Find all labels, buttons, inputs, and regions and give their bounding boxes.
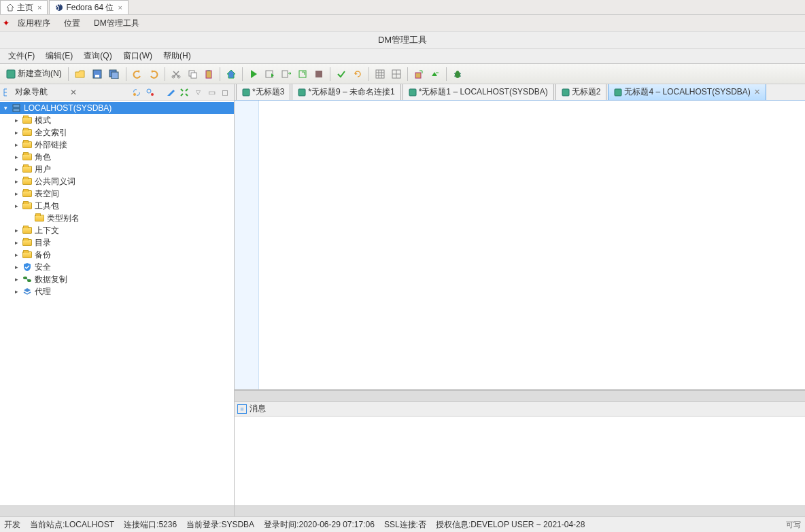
close-icon[interactable]: ✕ [754,88,760,96]
run-button[interactable] [246,67,261,82]
status-ssl: SSL连接:否 [384,519,426,531]
redo-button[interactable] [146,67,161,82]
sidebar-max-icon[interactable]: ◻ [219,86,231,99]
folder-icon [22,200,33,211]
save-all-button[interactable] [106,67,122,82]
sidebar-dropdown-icon[interactable]: ▽ [192,86,204,99]
tree-item[interactable]: ▸上下文 [0,224,234,236]
apps-menu[interactable]: 应用程序 [11,16,57,31]
tree-item-label: 安全 [35,262,51,273]
separator [220,67,220,81]
editor-tab[interactable]: *无标题9 – 未命名连接1 [292,84,400,100]
editor-tab[interactable]: 无标题2 [555,84,607,100]
vm-tab-fedora[interactable]: Fedora 64 位 × [49,0,128,14]
sidebar-scrollbar[interactable] [0,506,234,516]
run-script-button[interactable] [262,67,277,82]
check-button[interactable] [334,67,349,82]
tree-root[interactable]: ▾ LOCALHOST(SYSDBA) [0,102,234,114]
folder-icon [22,188,33,199]
grid-button[interactable] [373,67,388,82]
menu-window[interactable]: 窗口(W) [118,49,158,63]
svg-rect-3 [95,75,99,77]
refresh-button[interactable] [350,67,365,82]
svg-rect-1 [7,70,15,78]
tree-item-label: 类型别名 [47,213,80,224]
grid2-button[interactable] [389,67,404,82]
sidebar-expand-icon[interactable] [178,86,190,99]
tree-item[interactable]: ▸公共同义词 [0,175,234,188]
home-button[interactable] [224,67,239,82]
folder-icon [22,237,33,248]
tree-item-label: 工具包 [35,200,59,212]
tree-item[interactable]: ▸代理 [0,285,234,298]
commit-button[interactable] [295,67,310,82]
status-site: 当前站点:LOCALHOST [30,519,114,531]
tree-item[interactable]: ▸用户 [0,163,234,175]
sql-file-icon [242,88,250,96]
editor-scrollbar[interactable] [235,390,805,401]
save-button[interactable] [90,67,105,82]
close-icon[interactable]: × [118,3,122,12]
tree-item-label: 目录 [35,237,51,249]
menu-help[interactable]: 帮助(H) [158,49,196,63]
tree-item[interactable]: 类型别名 [0,212,234,224]
status-login: 当前登录:SYSDBA [186,519,254,531]
sidebar-link2-icon[interactable] [144,86,156,99]
close-icon[interactable]: × [37,3,41,12]
settings-button[interactable] [428,67,443,82]
folder-icon [22,127,33,138]
stop-button[interactable] [311,67,326,82]
sidebar-close-icon[interactable]: ✕ [70,88,77,97]
stack-icon [22,286,33,297]
tree-item[interactable]: ▸模式 [0,114,234,126]
undo-button[interactable] [130,67,145,82]
new-query-button[interactable]: 新建查询(N) [3,67,65,82]
message-panel: ≡ 消息 [235,401,805,516]
tree-item[interactable]: ▸备份 [0,249,234,261]
tree-item[interactable]: ▸安全 [0,261,234,273]
object-tree[interactable]: ▾ LOCALHOST(SYSDBA) ▸模式▸全文索引▸外部链接▸角色▸用户▸… [0,101,234,506]
tree-item[interactable]: ▸全文索引 [0,126,234,139]
svg-point-23 [151,93,154,96]
editor-tab[interactable]: 无标题4 – LOCALHOST(SYSDBA)✕ [608,84,766,100]
menu-file[interactable]: 文件(F) [3,49,40,63]
vm-tab-home[interactable]: 主页 × [0,0,48,14]
tree-item[interactable]: ▸角色 [0,151,234,163]
message-body[interactable] [235,416,805,506]
tree-item[interactable]: ▸目录 [0,236,234,249]
toolbar: 新建查询(N) [0,64,805,84]
copy-button[interactable] [185,67,200,82]
chevron-right-icon: ▸ [15,154,22,160]
editor-tab[interactable]: *无标题3 [236,84,290,100]
bug-button[interactable] [450,67,465,82]
editor-tab[interactable]: *无标题1 – LOCALHOST(SYSDBA) [402,84,554,100]
message-tab[interactable]: ≡ 消息 [235,402,805,416]
menu-edit[interactable]: 编辑(E) [40,49,78,63]
debug-button[interactable] [279,67,294,82]
tree-item[interactable]: ▸数据复制 [0,273,234,285]
export-button[interactable] [411,67,426,82]
editor-textarea[interactable] [259,101,805,389]
sidebar-link-icon[interactable] [131,86,143,99]
dm-menu[interactable]: DM管理工具 [87,16,146,31]
play-icon [250,69,258,79]
message-scrollbar[interactable] [235,506,805,516]
cut-button[interactable] [169,67,184,82]
places-menu[interactable]: 位置 [57,16,87,31]
main-area: 对象导航 ✕ ▽ ▭ ◻ ▾ LOCALHOST(SYSDBA) ▸模式▸全文索… [0,84,805,516]
menu-query[interactable]: 查询(Q) [78,49,117,63]
tree-item-label: 全文索引 [35,127,67,139]
open-button[interactable] [72,67,88,82]
tree-item[interactable]: ▸表空间 [0,188,234,200]
tree-item[interactable]: ▸工具包 [0,200,234,212]
settings-icon [430,69,440,79]
sidebar-edit-icon[interactable] [165,86,177,99]
folder-icon [22,225,33,236]
sidebar-minimize-icon[interactable]: ▭ [205,86,218,99]
paste-button[interactable] [201,67,216,82]
chevron-down-icon: ▾ [4,105,11,111]
tree-item[interactable]: ▸外部链接 [0,139,234,151]
tree-icon [3,88,12,97]
status-time: 登录时间:2020-06-29 07:17:06 [264,519,375,531]
separator [446,67,447,81]
